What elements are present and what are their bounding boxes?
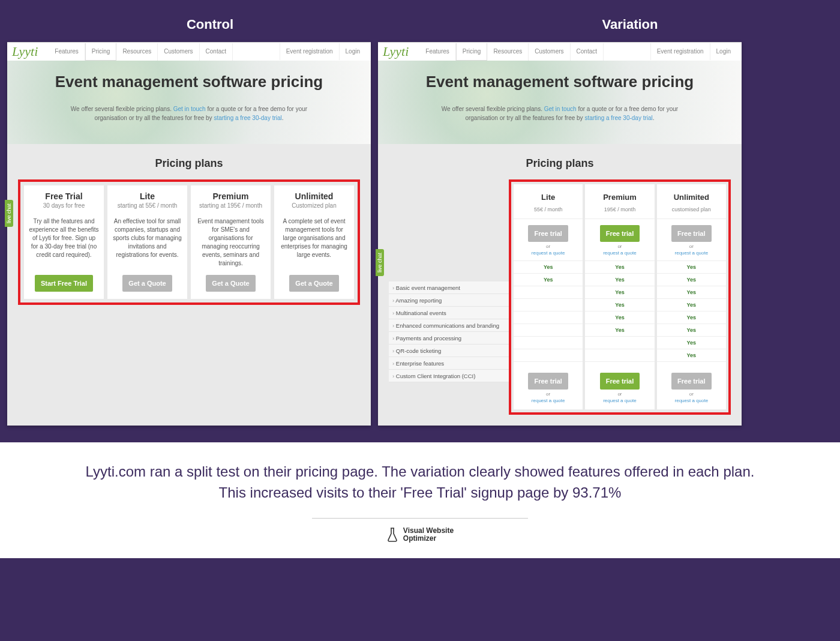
free-trial-button[interactable]: Free trial [528,373,568,390]
feature-cell [514,299,583,311]
feature-cell [585,349,654,362]
feature-row[interactable]: Payments and processing [389,332,509,345]
hero: Event management software pricing We off… [7,61,371,144]
top-nav: Lyyti FeaturesPricingResourcesCustomersC… [378,43,742,61]
plan-cta-button[interactable]: Get a Quote [122,275,172,292]
plan-name: Premium [589,193,650,202]
plan-desc: Event management tools for SME's and org… [196,217,266,268]
request-quote-link[interactable]: request a quote [532,250,565,256]
logo[interactable]: Lyyti [12,44,38,59]
feature-cell: Yes [657,337,726,349]
nav-item[interactable]: Contact [200,43,233,61]
plan-cta-button[interactable]: Start Free Trial [35,275,93,292]
feature-cell: Yes [657,324,726,337]
plan-sub: starting at 55€ / month [112,202,182,209]
link-get-in-touch[interactable]: Get in touch [173,106,206,112]
request-quote-link[interactable]: request a quote [675,398,709,403]
top-cta: Free trialorrequest a quote [514,219,583,261]
feature-cell: Yes [514,261,583,274]
flask-icon [386,527,398,543]
nav-item[interactable]: Pricing [456,43,488,61]
bottom-cta: Free trialorrequest a quote [585,362,654,410]
pricing-column: Premium195€ / monthFree trialorrequest a… [585,184,654,410]
plan-price: 195€ / month [589,206,650,212]
nav-item[interactable]: Customers [529,43,570,61]
nav-item[interactable]: Customers [158,43,199,61]
free-trial-button[interactable]: Free trial [671,225,711,242]
nav-item[interactable]: Features [419,43,455,61]
feature-cell: Yes [514,274,583,286]
feature-row[interactable]: Custom Client Integration (CCI) [389,370,509,382]
feature-cell: Yes [585,299,654,311]
feature-row[interactable]: Amazing reporting [389,294,509,307]
free-trial-button[interactable]: Free trial [600,373,640,390]
plan-desc: A complete set of event management tools… [279,217,349,268]
hero-title: Event management software pricing [402,73,718,91]
feature-cell: Yes [657,349,726,362]
plan-cta-button[interactable]: Get a Quote [289,275,338,292]
link-free-trial[interactable]: starting a free 30-day trial [214,115,281,121]
feature-cell: Yes [657,299,726,311]
feature-cell: Yes [585,311,654,324]
link-free-trial[interactable]: starting a free 30-day trial [584,115,652,121]
live-chat-tab[interactable]: live chat [376,249,384,276]
label-control: Control [0,17,420,32]
feature-cell [514,286,583,299]
plan-name: Premium [196,191,266,201]
plan-name: Lite [517,193,579,202]
plan-sub: 30 days for free [29,202,99,209]
pricing-column: Lite55€ / monthFree trialorrequest a quo… [514,184,583,410]
nav-item[interactable]: Resources [487,43,529,61]
feature-row[interactable]: Enterprise features [389,357,509,370]
feature-cell: Yes [657,261,726,274]
free-trial-button[interactable]: Free trial [600,225,640,242]
feature-cell: Yes [585,274,654,286]
feature-cell: Yes [585,324,654,337]
feature-row[interactable]: Multinational events [389,307,509,319]
section-title: Pricing plans [378,144,742,179]
logo[interactable]: Lyyti [383,44,409,59]
section-title: Pricing plans [7,144,371,179]
feature-row[interactable]: Enhanced communications and branding [389,319,509,332]
link-get-in-touch[interactable]: Get in touch [544,106,577,112]
plan-desc: Try all the features and experience all … [29,217,99,268]
top-cta: Free trialorrequest a quote [585,219,654,261]
feature-cell [514,337,583,349]
free-trial-button[interactable]: Free trial [528,225,568,242]
nav-item[interactable]: Login [339,43,366,60]
top-nav: Lyyti FeaturesPricingResourcesCustomersC… [7,43,371,61]
feature-cell [514,349,583,362]
feature-cell [585,337,654,349]
request-quote-link[interactable]: request a quote [675,250,709,256]
nav-item[interactable]: Event registration [280,43,339,60]
feature-list: Basic event managementAmazing reportingM… [389,281,509,382]
summary-strip: Lyyti.com ran a split test on their pric… [0,442,840,558]
feature-row[interactable]: QR-code ticketing [389,345,509,357]
highlight-box: Lite55€ / monthFree trialorrequest a quo… [509,179,731,415]
feature-row[interactable]: Basic event management [389,281,509,294]
plan-name: Free Trial [29,191,99,201]
control-panel: live chat Lyyti FeaturesPricingResources… [7,42,371,426]
variation-panel: live chat Lyyti FeaturesPricingResources… [378,42,742,426]
summary-text: Lyyti.com ran a split test on their pric… [36,462,804,504]
request-quote-link[interactable]: request a quote [532,398,565,403]
plan-name: Unlimited [279,191,349,201]
live-chat-tab[interactable]: live chat [5,200,13,227]
feature-cell: Yes [657,286,726,299]
plan-sub: starting at 195€ / month [196,202,266,209]
plan-cta-button[interactable]: Get a Quote [206,275,255,292]
nav-item[interactable]: Event registration [650,43,710,60]
plan-sub: Customized plan [279,202,349,209]
free-trial-button[interactable]: Free trial [671,373,711,390]
plan-price: customised plan [661,206,722,212]
request-quote-link[interactable]: request a quote [603,250,637,256]
nav-item[interactable]: Login [710,43,737,60]
top-cta: Free trialorrequest a quote [657,219,726,261]
nav-item[interactable]: Resources [116,43,158,61]
nav-item[interactable]: Pricing [85,43,117,61]
nav-item[interactable]: Contact [571,43,604,61]
feature-cell [514,311,583,324]
request-quote-link[interactable]: request a quote [603,398,637,403]
feature-cell [514,324,583,337]
nav-item[interactable]: Features [49,43,85,61]
